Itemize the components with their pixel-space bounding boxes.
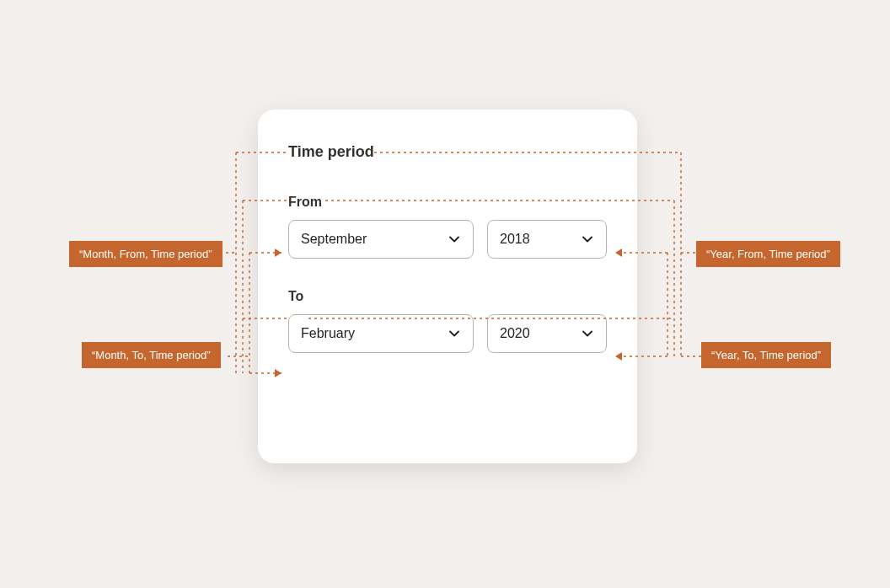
chevron-down-icon: [581, 233, 594, 246]
from-label: From: [288, 195, 607, 210]
chevron-down-icon: [581, 327, 594, 340]
to-row: February 2020: [288, 314, 607, 353]
to-month-value: February: [301, 326, 355, 341]
annotation-to-month: “Month, To, Time period”: [82, 342, 221, 368]
annotation-to-year: “Year, To, Time period”: [701, 342, 831, 368]
from-group: From September 2018: [288, 195, 607, 259]
annotation-from-month: “Month, From, Time period”: [69, 241, 222, 267]
to-label: To: [288, 289, 607, 304]
from-year-value: 2018: [500, 232, 530, 247]
from-row: September 2018: [288, 220, 607, 259]
to-year-value: 2020: [500, 326, 530, 341]
chevron-down-icon: [448, 233, 461, 246]
card-heading: Time period: [288, 143, 607, 161]
to-group: To February 2020: [288, 289, 607, 353]
time-period-card: Time period From September 2018 To Febru…: [258, 110, 637, 463]
to-month-select[interactable]: February: [288, 314, 474, 353]
chevron-down-icon: [448, 327, 461, 340]
from-year-select[interactable]: 2018: [487, 220, 607, 259]
from-month-value: September: [301, 232, 367, 247]
annotation-from-year: “Year, From, Time period”: [696, 241, 840, 267]
from-month-select[interactable]: September: [288, 220, 474, 259]
to-year-select[interactable]: 2020: [487, 314, 607, 353]
